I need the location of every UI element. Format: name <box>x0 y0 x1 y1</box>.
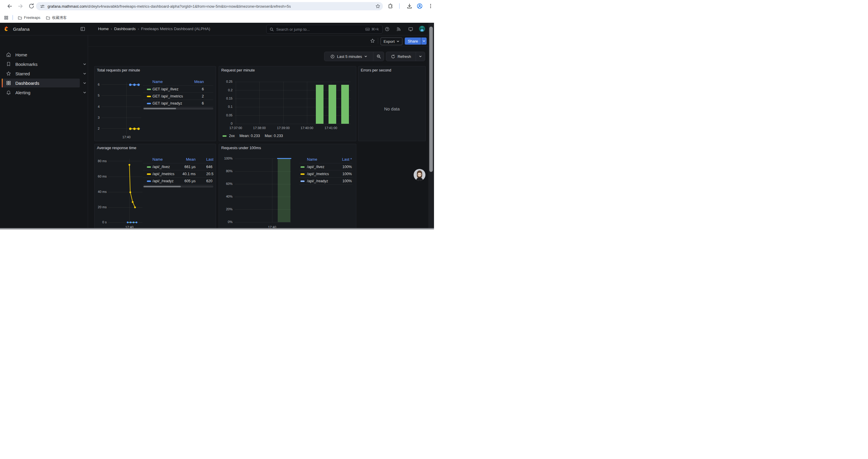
x-tick: 17:39:00 <box>275 126 292 130</box>
bar-2xx[interactable] <box>341 85 349 124</box>
bookmark-star-icon[interactable] <box>375 4 380 9</box>
series-name[interactable]: /api/_/metrics <box>152 172 174 176</box>
sidebar-toggle-icon[interactable] <box>80 26 85 32</box>
panel-title[interactable]: Total requests per minute <box>97 68 140 72</box>
legend-scrollbar[interactable] <box>143 107 213 109</box>
legend-scrollbar[interactable] <box>143 186 213 188</box>
bar-2xx[interactable] <box>329 85 336 124</box>
chevron-down-icon[interactable] <box>83 72 86 75</box>
y-tick: 0 s <box>95 220 107 224</box>
chevron-down-icon[interactable] <box>83 81 86 85</box>
y-tick: 3 <box>95 116 99 120</box>
refresh-button[interactable]: Refresh <box>386 54 416 59</box>
bookmark-folder-freeleaps[interactable]: Freeleaps <box>18 15 40 21</box>
column-header-name[interactable]: Name <box>152 157 163 162</box>
series-swatch <box>222 135 226 137</box>
y-tick: 20 ms <box>95 205 107 209</box>
series-name[interactable]: GET /api/_/readyz <box>152 101 182 105</box>
bar-2xx[interactable] <box>316 85 323 124</box>
breadcrumb: Home › Dashboards › Freeleaps Metrics Da… <box>98 27 210 31</box>
y-tick: 0 <box>219 122 232 126</box>
page-scrollbar[interactable] <box>428 23 434 228</box>
sidebar-item-starred[interactable]: Starred <box>0 69 88 78</box>
line-chart-plot[interactable] <box>100 83 142 133</box>
news-rss-icon[interactable] <box>396 27 401 32</box>
scrollbar-thumb[interactable] <box>429 27 433 172</box>
sidebar-item-bookmarks[interactable]: Bookmarks <box>0 59 88 69</box>
back-icon[interactable] <box>6 3 13 9</box>
floating-avatar[interactable] <box>414 169 426 181</box>
y-tick: 0% <box>219 220 232 224</box>
series-name[interactable]: GET /api/_/metrics <box>152 94 183 98</box>
toolbar-divider <box>399 3 400 9</box>
series-name[interactable]: GET /api/_/livez <box>152 87 179 91</box>
legend-series-name[interactable]: 2xx <box>229 134 235 138</box>
series-swatch <box>147 181 151 182</box>
breadcrumb-separator: › <box>135 27 141 31</box>
star-icon <box>6 71 11 76</box>
y-tick: 2 <box>95 127 99 131</box>
extensions-icon[interactable] <box>388 3 395 10</box>
panel-title[interactable]: Average response time <box>97 145 136 150</box>
menu-kebab-icon[interactable] <box>428 3 434 10</box>
forward-icon[interactable] <box>17 3 24 9</box>
series-name[interactable]: /api/_/livez <box>152 165 170 169</box>
grafana-logo-icon[interactable] <box>3 26 9 32</box>
legend-table: Name Last * /api/_/livez 100% /api/_/met… <box>299 157 352 186</box>
profile-icon[interactable] <box>416 3 423 9</box>
y-tick: 0.25 <box>219 80 232 84</box>
help-icon[interactable] <box>385 27 390 32</box>
search-input[interactable]: Search or jump to... ⌘+k <box>266 25 382 34</box>
breadcrumb-home[interactable]: Home <box>98 27 109 31</box>
export-button[interactable]: Export <box>380 37 402 45</box>
url-bar[interactable]: grafana.mathmast.com/d/deytv4rwavabkb/fr… <box>36 2 383 10</box>
panel-title[interactable]: Errors per second <box>361 68 391 72</box>
series-name[interactable]: /api/_/readyz <box>152 179 174 183</box>
apps-grid-icon[interactable] <box>4 15 8 20</box>
user-avatar[interactable] <box>419 26 425 32</box>
site-settings-icon[interactable] <box>40 4 45 9</box>
breadcrumb-separator: › <box>109 27 114 31</box>
column-header-mean[interactable]: Mean <box>194 79 204 84</box>
sidebar: Home Bookmarks Starred Dashboards Alerti… <box>0 35 88 228</box>
panel-title[interactable]: Requests under 100ms <box>221 145 261 150</box>
monitor-icon[interactable] <box>408 27 413 32</box>
column-header-name[interactable]: Name <box>152 79 163 84</box>
no-data-message: No data <box>359 106 426 111</box>
column-header-last[interactable]: Last * <box>206 157 213 162</box>
bookmark-folder-blogs[interactable]: 收藏博客 <box>46 15 67 21</box>
y-tick: 6 <box>95 83 99 87</box>
url-text: grafana.mathmast.com/d/deytv4rwavabkb/fr… <box>48 4 291 8</box>
bell-icon <box>6 90 11 95</box>
sidebar-item-dashboards[interactable]: Dashboards <box>0 78 88 88</box>
chevron-down-icon[interactable] <box>83 91 86 94</box>
column-header-name[interactable]: Name <box>307 157 317 162</box>
window-bottom-edge <box>0 228 434 230</box>
share-menu-button[interactable] <box>421 37 427 44</box>
column-header-last[interactable]: Last * <box>342 157 352 162</box>
series-mean: 6 <box>202 101 204 105</box>
downloads-icon[interactable] <box>406 3 413 10</box>
column-header-mean[interactable]: Mean <box>186 157 195 162</box>
series-name[interactable]: /api/_/livez <box>307 165 324 169</box>
series-name[interactable]: /api/_/readyz <box>307 179 328 183</box>
reload-icon[interactable] <box>28 3 35 9</box>
refresh-interval-button[interactable] <box>416 55 425 58</box>
chevron-down-icon[interactable] <box>83 63 86 66</box>
pct-bar-topline <box>277 158 291 159</box>
sidebar-item-home[interactable]: Home <box>0 50 88 59</box>
panel-title[interactable]: Request per minute <box>221 68 255 72</box>
y-tick: 4 <box>95 105 99 109</box>
sidebar-item-alerting[interactable]: Alerting <box>0 88 88 97</box>
series-name[interactable]: /api/_/metrics <box>307 172 329 176</box>
chevron-down-icon <box>364 55 367 58</box>
breadcrumb-dashboards[interactable]: Dashboards <box>114 27 135 31</box>
series-swatch <box>147 173 151 175</box>
line-chart-plot[interactable] <box>108 159 143 225</box>
product-name[interactable]: Grafana <box>13 27 30 32</box>
favorite-star-icon[interactable] <box>370 38 375 43</box>
pct-bar[interactable] <box>278 159 290 222</box>
time-range-picker[interactable]: Last 5 minutes <box>324 54 373 59</box>
zoom-out-button[interactable] <box>373 54 384 59</box>
share-button[interactable]: Share <box>405 37 421 44</box>
